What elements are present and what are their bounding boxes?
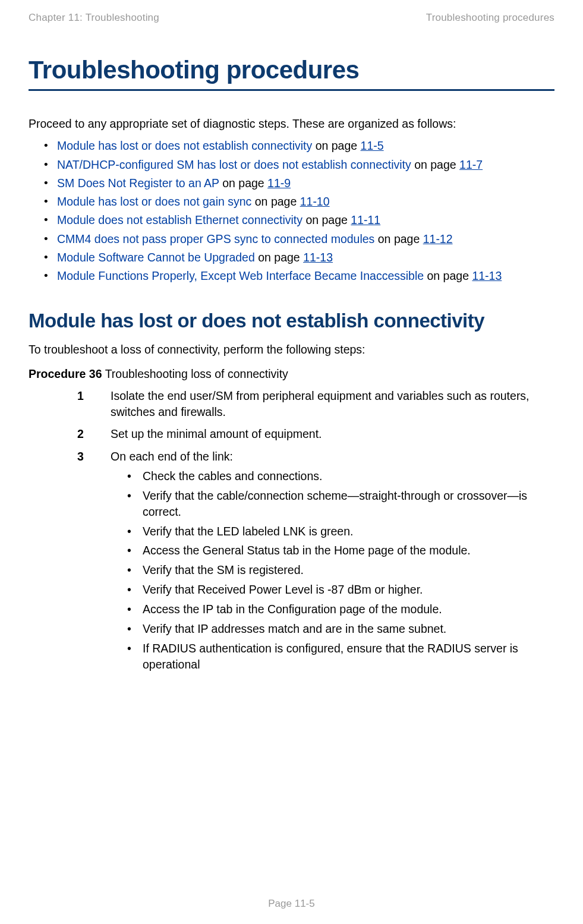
step-body: Isolate the end user/SM from peripheral … xyxy=(111,388,554,421)
substep-item: Verify that the cable/connection scheme—… xyxy=(127,488,554,520)
step-text: Set up the minimal amount of equipment. xyxy=(111,427,322,440)
step-number: 2 xyxy=(77,426,111,442)
link-list-item: CMM4 does not pass proper GPS sync to co… xyxy=(44,231,554,248)
cross-reference-link[interactable]: Module does not establish Ethernet conne… xyxy=(57,213,302,226)
substep-list: Check the cables and connections.Verify … xyxy=(111,468,554,673)
substep-item: Access the General Status tab in the Hom… xyxy=(127,543,554,559)
link-list-item: SM Does Not Register to an AP on page 11… xyxy=(44,175,554,192)
link-suffix: on page xyxy=(312,139,360,152)
link-suffix: on page xyxy=(255,251,303,264)
link-suffix: on page xyxy=(251,195,300,208)
running-header: Chapter 11: Troubleshooting Troubleshoot… xyxy=(29,12,554,24)
cross-reference-link[interactable]: NAT/DHCP-configured SM has lost or does … xyxy=(57,158,411,171)
step-text: On each end of the link: xyxy=(111,450,233,463)
link-suffix: on page xyxy=(411,158,459,171)
page-title: Troubleshooting procedures xyxy=(29,56,554,84)
cross-reference-link[interactable]: Module Functions Properly, Except Web In… xyxy=(57,269,424,282)
procedure-number: Procedure 36 xyxy=(29,367,102,380)
step-text: Isolate the end user/SM from peripheral … xyxy=(111,389,530,418)
link-suffix: on page xyxy=(219,176,267,190)
procedure-name: Troubleshooting loss of connectivity xyxy=(102,367,288,380)
page-reference-link[interactable]: 11-5 xyxy=(361,139,384,152)
link-list-item: NAT/DHCP-configured SM has lost or does … xyxy=(44,156,554,174)
link-list-item: Module has lost or does not establish co… xyxy=(44,137,554,154)
procedure-steps: 1Isolate the end user/SM from peripheral… xyxy=(29,388,554,676)
procedure-step: 3On each end of the link:Check the cable… xyxy=(29,449,554,676)
cross-reference-link[interactable]: Module Software Cannot be Upgraded xyxy=(57,251,255,264)
substep-item: Verify that IP addresses match and are i… xyxy=(127,621,554,637)
substep-item: Access the IP tab in the Configuration p… xyxy=(127,601,554,617)
procedure-step: 1Isolate the end user/SM from peripheral… xyxy=(29,388,554,421)
procedure-step: 2Set up the minimal amount of equipment. xyxy=(29,426,554,442)
link-list-item: Module Software Cannot be Upgraded on pa… xyxy=(44,249,554,266)
title-rule xyxy=(29,89,554,91)
page-reference-link[interactable]: 11-10 xyxy=(300,195,330,208)
cross-reference-link[interactable]: Module has lost or does not gain sync xyxy=(57,195,251,208)
page-reference-link[interactable]: 11-11 xyxy=(351,213,380,226)
page-reference-link[interactable]: 11-9 xyxy=(267,176,291,190)
substep-item: Verify that the LED labeled LNK is green… xyxy=(127,524,554,540)
step-number: 1 xyxy=(77,388,111,421)
header-left: Chapter 11: Troubleshooting xyxy=(29,12,159,24)
page-reference-link[interactable]: 11-12 xyxy=(423,232,453,245)
page-footer: Page 11-5 xyxy=(0,898,583,910)
page: Chapter 11: Troubleshooting Troubleshoot… xyxy=(0,0,583,924)
substep-item: If RADIUS authentication is configured, … xyxy=(127,641,554,673)
substep-item: Verify that Received Power Level is -87 … xyxy=(127,582,554,598)
link-list: Module has lost or does not establish co… xyxy=(29,137,554,285)
page-reference-link[interactable]: 11-7 xyxy=(459,158,483,171)
link-list-item: Module Functions Properly, Except Web In… xyxy=(44,267,554,285)
link-suffix: on page xyxy=(374,232,423,245)
link-list-item: Module does not establish Ethernet conne… xyxy=(44,212,554,229)
link-suffix: on page xyxy=(302,213,351,226)
substep-item: Verify that the SM is registered. xyxy=(127,562,554,578)
page-reference-link[interactable]: 11-13 xyxy=(303,251,333,264)
procedure-label: Procedure 36 Troubleshooting loss of con… xyxy=(29,367,554,381)
substep-item: Check the cables and connections. xyxy=(127,468,554,484)
cross-reference-link[interactable]: CMM4 does not pass proper GPS sync to co… xyxy=(57,232,374,245)
link-suffix: on page xyxy=(424,269,472,282)
header-right: Troubleshooting procedures xyxy=(426,12,554,24)
cross-reference-link[interactable]: SM Does Not Register to an AP xyxy=(57,176,219,190)
section-intro: To troubleshoot a loss of connectivity, … xyxy=(29,342,554,357)
intro-paragraph: Proceed to any appropriate set of diagno… xyxy=(29,116,554,131)
section-title: Module has lost or does not establish co… xyxy=(29,310,554,332)
step-body: Set up the minimal amount of equipment. xyxy=(111,426,554,442)
step-body: On each end of the link:Check the cables… xyxy=(111,449,554,676)
cross-reference-link[interactable]: Module has lost or does not establish co… xyxy=(57,139,312,152)
link-list-item: Module has lost or does not gain sync on… xyxy=(44,193,554,210)
step-number: 3 xyxy=(77,449,111,676)
page-reference-link[interactable]: 11-13 xyxy=(472,269,502,282)
